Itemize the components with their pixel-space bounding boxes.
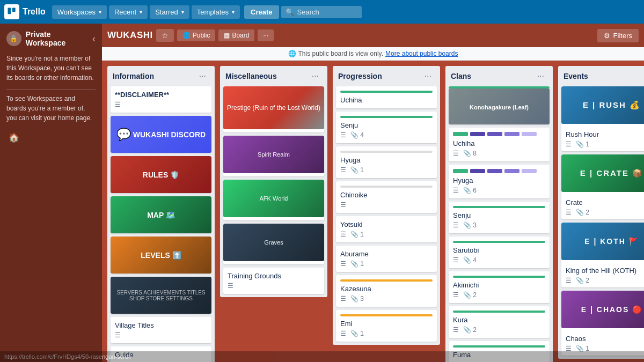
card-village-titles[interactable]: Village Titles ☰ [111, 317, 211, 343]
card-emi[interactable]: Emi ☰ 📎 1 [336, 310, 437, 342]
discord-image: 💬 WUKASHI DISCORD [111, 116, 211, 153]
card-title: Aburame [340, 250, 433, 258]
column-menu-button[interactable]: ··· [309, 70, 322, 82]
card-levels[interactable]: LEVELS ⬆️ [111, 237, 211, 274]
sidebar-text-2: To see Workspaces and boards you're a me… [6, 94, 96, 123]
card-senju-clan[interactable]: Senju ☰ 📎 3 [449, 202, 550, 233]
clan-bar-light [522, 132, 537, 136]
column-menu-button[interactable]: ··· [196, 70, 209, 82]
description-icon: ☰ [453, 256, 459, 264]
card-prestige[interactable]: Prestige (Ruin of the Lost World) [223, 86, 324, 132]
card-hyuga[interactable]: Hyuga ☰ 📎 1 [336, 146, 437, 178]
board-title: WUKASHI [107, 30, 153, 41]
card-uchiha-clan[interactable]: Uchiha ☰ 📎 8 [449, 128, 550, 161]
rules-image: RULES 🛡️ [111, 156, 211, 193]
card-kura[interactable]: Kura ☰ 📎 2 [449, 306, 550, 338]
green-label [453, 241, 545, 243]
columns-wrapper: Information ··· **DISCLAIMER** ☰ 💬 WUKAS… [102, 61, 644, 362]
card-konohagakure[interactable]: Konohagakure (Leaf) [449, 86, 550, 124]
star-icon: ☆ [162, 31, 169, 40]
card-discord[interactable]: 💬 WUKASHI DISCORD [111, 116, 211, 153]
filters-button[interactable]: ⚙ Filters [597, 29, 639, 42]
card-meta: ☰ [115, 101, 207, 108]
sidebar-home-link[interactable]: 🏠 [6, 129, 96, 146]
globe-icon: 🌐 [182, 32, 191, 39]
green-label [453, 206, 545, 208]
column-cards-information: **DISCLAIMER** ☰ 💬 WUKASHI DISCORD RULES… [107, 86, 215, 362]
card-meta: ☰ 📎 1 [566, 141, 644, 148]
clan-bar-green [453, 132, 468, 136]
column-header-progression: Progression ··· [333, 66, 440, 86]
card-title: Uchiha [453, 139, 545, 147]
description-icon: ☰ [115, 101, 121, 108]
card-aburame[interactable]: Aburame ☰ 📎 1 [336, 246, 437, 272]
close-sidebar-button[interactable]: ‹ [92, 33, 96, 45]
card-title: Chaos [566, 335, 644, 343]
column-cards-clans: Konohagakure (Leaf) Uchiha ☰ � [445, 86, 553, 362]
workspaces-button[interactable]: Workspaces ▾ [52, 5, 107, 19]
workspace-title: Private Workspace [26, 30, 92, 47]
templates-button[interactable]: Templates ▾ [192, 5, 240, 19]
card-afk[interactable]: AFK World [223, 180, 324, 220]
sidebar-divider [6, 89, 96, 90]
description-icon: ☰ [566, 141, 572, 148]
description-icon: ☰ [340, 201, 346, 209]
card-rules[interactable]: RULES 🛡️ [111, 156, 211, 193]
visibility-button[interactable]: 🌐 Public [177, 29, 216, 41]
card-graves[interactable]: Graves [223, 224, 324, 264]
description-icon: ☰ [228, 282, 233, 290]
lock-icon: 🔒 [6, 31, 21, 46]
spirit-image: Spirit Realm [223, 136, 324, 173]
card-akimichi[interactable]: Akimichi ☰ 📎 2 [449, 271, 550, 303]
attachment-count: 📎 2 [576, 277, 589, 284]
card-training[interactable]: Training Grounds ☰ [223, 268, 324, 294]
description-icon: ☰ [340, 231, 346, 238]
graves-image: Graves [223, 224, 324, 261]
green-label [453, 311, 545, 313]
card-meta: ☰ 📎 1 [340, 231, 433, 238]
attachment-count: 📎 1 [350, 330, 364, 337]
column-title: Progression [338, 72, 382, 80]
clan-bar-purple1 [470, 169, 485, 173]
board-view-button[interactable]: ▦ Board [218, 29, 254, 41]
card-crate[interactable]: E | CRATE 📦 Crate ☰ 📎 2 [561, 154, 644, 219]
card-meta: ☰ 📎 3 [340, 295, 433, 302]
green-label [340, 116, 433, 118]
card-koth[interactable]: E | KOTH 🚩 King of the Hill (KOTH) ☰ 📎 2 [561, 223, 644, 287]
card-menu[interactable]: SERVERS ACHIEVEMENTS TITLES SHOP STORE S… [111, 277, 211, 314]
card-rush[interactable]: E | RUSH 💰 Rush Hour ☰ 📎 1 [561, 86, 644, 151]
card-meta: ☰ [340, 201, 433, 209]
sidebar: 🔒 Private Workspace ‹ Since you're not a… [0, 24, 102, 362]
card-hyuga-clan[interactable]: Hyuga ☰ 📎 6 [449, 165, 550, 198]
card-map[interactable]: MAP 🗺️ [111, 196, 211, 233]
column-progression: Progression ··· Uchiha Senju ☰ 📎 4 [333, 66, 440, 345]
konohagakure-image: Konohagakure (Leaf) [449, 88, 550, 124]
menu-image: SERVERS ACHIEVEMENTS TITLES SHOP STORE S… [111, 277, 211, 314]
public-notice-bar: 🌐 This public board is view only. More a… [102, 47, 644, 61]
card-disclaimer[interactable]: **DISCLAIMER** ☰ [111, 86, 211, 113]
public-boards-link[interactable]: More about public boards [385, 50, 458, 57]
card-sarutobi[interactable]: Sarutobi ☰ 📎 4 [449, 237, 550, 268]
card-spirit[interactable]: Spirit Realm [223, 136, 324, 176]
sidebar-text-1: Since you're not a member of this Worksp… [6, 54, 96, 83]
green-label [453, 276, 545, 278]
app-logo[interactable]: Trello [4, 4, 46, 19]
sidebar-header: 🔒 Private Workspace ‹ [6, 30, 96, 47]
card-kazesuna[interactable]: Kazesuna ☰ 📎 3 [336, 275, 437, 307]
create-button[interactable]: Create [244, 5, 279, 19]
card-chaos[interactable]: E | CHAOS 🔴 Chaos ☰ 📎 1 [561, 291, 644, 356]
column-menu-button[interactable]: ··· [421, 70, 435, 82]
koth-image: E | KOTH 🚩 [561, 223, 644, 260]
star-button[interactable]: ☆ [156, 29, 174, 42]
starred-button[interactable]: Starred ▾ [150, 5, 189, 19]
card-yotsuki[interactable]: Yotsuki ☰ 📎 1 [336, 216, 437, 242]
column-menu-button[interactable]: ··· [534, 70, 547, 82]
attachment-count: 📎 2 [576, 209, 589, 216]
card-chinoike[interactable]: Chinoike ☰ [336, 181, 437, 213]
recent-button[interactable]: Recent ▾ [109, 5, 148, 19]
card-senju[interactable]: Senju ☰ 📎 4 [336, 112, 437, 143]
card-uchiha[interactable]: Uchiha [336, 86, 437, 108]
extra-options-button[interactable]: ··· [258, 29, 274, 41]
search-box[interactable]: 🔍 Search [281, 6, 362, 18]
rush-image: E | RUSH 💰 [561, 86, 644, 124]
